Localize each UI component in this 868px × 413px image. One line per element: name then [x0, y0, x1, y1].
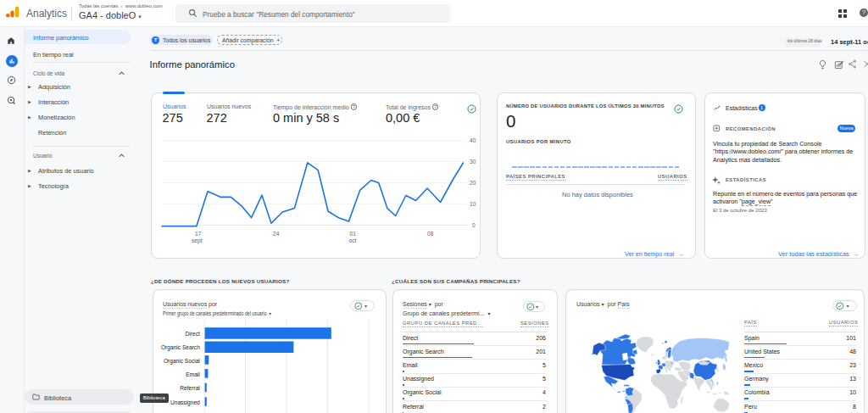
svg-text:Referral: Referral	[180, 385, 200, 391]
svg-text:Direct: Direct	[185, 331, 199, 337]
svg-text:17: 17	[195, 231, 202, 237]
svg-text:30: 30	[470, 159, 476, 165]
svg-text:oct: oct	[349, 237, 357, 243]
svg-text:Organic Search: Organic Search	[161, 344, 200, 351]
svg-text:Email: Email	[186, 371, 200, 377]
svg-text:10: 10	[470, 201, 476, 207]
svg-text:0: 0	[472, 222, 476, 228]
svg-text:20: 20	[470, 180, 476, 186]
svg-text:24: 24	[273, 231, 280, 237]
svg-text:08: 08	[427, 231, 434, 237]
svg-text:sept: sept	[192, 237, 203, 244]
svg-text:40: 40	[470, 137, 476, 143]
svg-text:Unassigned: Unassigned	[170, 399, 200, 406]
svg-text:Organic Social: Organic Social	[164, 358, 200, 365]
svg-text:01: 01	[350, 231, 357, 237]
